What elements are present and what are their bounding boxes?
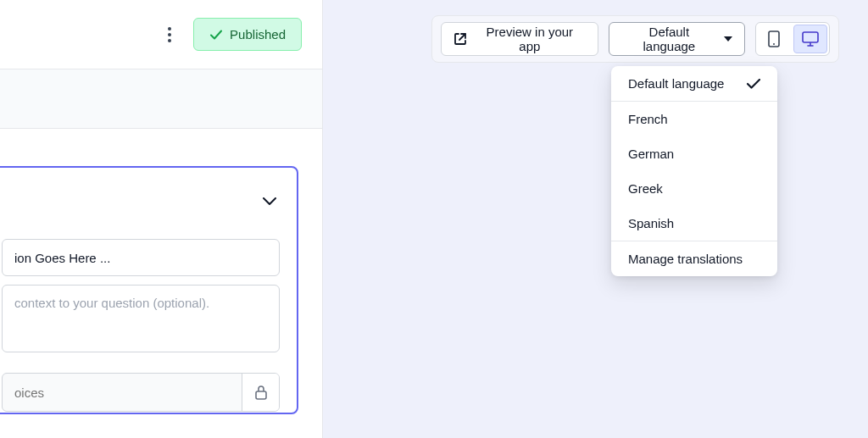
collapse-button[interactable]: [259, 191, 280, 212]
lock-button[interactable]: [242, 374, 279, 411]
question-input[interactable]: [2, 239, 280, 276]
dropdown-item-spanish[interactable]: Spanish: [611, 206, 777, 241]
dropdown-item-default[interactable]: Default language: [611, 66, 777, 101]
dropdown-item-label: Default language: [628, 76, 724, 91]
caret-down-icon: [724, 36, 732, 42]
language-label: Default language: [621, 25, 717, 53]
svg-rect-3: [256, 391, 266, 399]
mobile-icon: [768, 30, 780, 47]
preview-button[interactable]: Preview in your app: [441, 22, 598, 56]
left-header: Published: [0, 0, 322, 69]
published-badge: Published: [193, 18, 302, 51]
external-link-icon: [453, 32, 467, 46]
context-input[interactable]: [2, 285, 280, 352]
chevron-down-icon: [263, 197, 276, 206]
desktop-icon: [802, 31, 819, 47]
more-options-button[interactable]: [159, 21, 180, 48]
right-panel: Preview in your app Default language Def…: [323, 0, 868, 438]
dropdown-manage-section: Manage translations: [611, 241, 777, 276]
svg-rect-6: [803, 32, 818, 42]
preview-toolbar: Preview in your app Default language: [431, 15, 839, 63]
published-label: Published: [230, 27, 286, 42]
check-icon: [209, 28, 223, 42]
svg-point-5: [773, 43, 775, 45]
left-panel: Published: [0, 0, 323, 438]
mobile-view-button[interactable]: [756, 23, 792, 55]
dropdown-item-manage[interactable]: Manage translations: [611, 241, 777, 276]
dropdown-item-greek[interactable]: Greek: [611, 171, 777, 206]
dropdown-item-label: Spanish: [628, 216, 674, 230]
svg-point-2: [168, 39, 171, 42]
check-icon: [747, 79, 760, 89]
editor-header: [2, 185, 280, 219]
dropdown-languages-section: French German Greek Spanish: [611, 102, 777, 241]
choices-input[interactable]: [3, 374, 242, 411]
dropdown-item-german[interactable]: German: [611, 136, 777, 171]
choices-row: [2, 373, 280, 412]
editor-card: [0, 166, 298, 414]
dropdown-item-label: French: [628, 112, 668, 126]
question-row: [2, 239, 280, 356]
svg-point-1: [168, 33, 171, 36]
device-toggle-group: [755, 22, 830, 56]
dropdown-item-label: German: [628, 147, 674, 161]
left-subheader: [0, 69, 322, 129]
lock-icon: [254, 385, 268, 400]
dropdown-item-label: Greek: [628, 181, 663, 196]
preview-label: Preview in your app: [474, 25, 586, 53]
language-dropdown-button[interactable]: Default language: [609, 22, 745, 56]
desktop-view-button[interactable]: [793, 25, 827, 53]
dropdown-item-french[interactable]: French: [611, 102, 777, 136]
language-dropdown-menu: Default language French German Greek Spa…: [611, 66, 777, 276]
svg-point-0: [168, 27, 171, 30]
kebab-icon: [168, 27, 171, 42]
dropdown-item-label: Manage translations: [628, 252, 743, 266]
dropdown-selected-section: Default language: [611, 66, 777, 102]
